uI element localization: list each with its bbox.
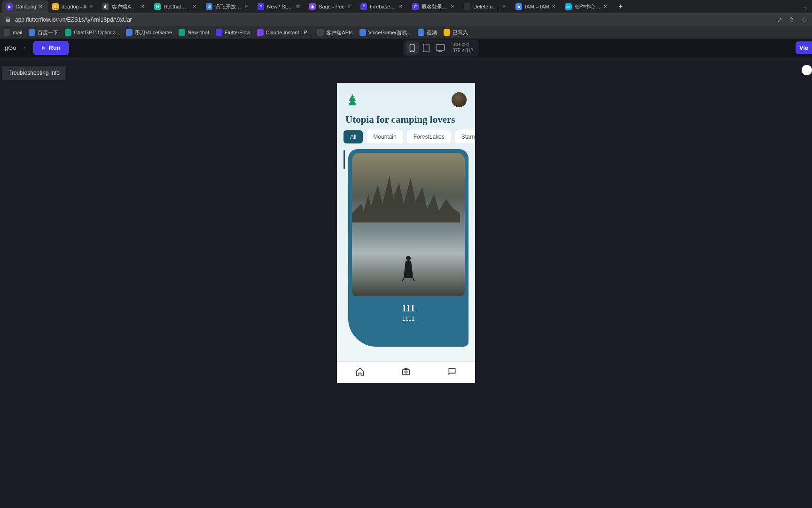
bookmark-item[interactable]: New chat	[179, 29, 209, 36]
bookmark-favicon	[179, 29, 185, 36]
tab-title: 讯飞开放平台	[215, 3, 242, 10]
bookmark-favicon	[216, 29, 222, 36]
bookmark-favicon	[444, 29, 450, 36]
nav-camera-button[interactable]	[401, 367, 411, 378]
tab-favicon: H	[154, 3, 161, 10]
browser-tab[interactable]: F匿名登录 - FI×	[408, 0, 460, 13]
tab-title: IAM – IAM	[525, 4, 549, 9]
svg-point-6	[405, 371, 407, 373]
phone-device-button[interactable]	[406, 41, 419, 55]
browser-tab[interactable]: ◉Sage - Poe×	[305, 0, 357, 13]
tab-favicon: ◐	[102, 3, 109, 10]
tab-title: 创作中心 - 投	[575, 3, 601, 10]
tab-close-icon[interactable]: ×	[347, 4, 353, 9]
mobile-preview-canvas: Utopia for camping lovers AllMountainFor…	[337, 83, 475, 383]
browser-tab[interactable]: ▶Camping×	[2, 0, 48, 13]
user-avatar[interactable]	[452, 92, 467, 107]
bookmark-item[interactable]: 百度一下	[29, 29, 58, 36]
card-carousel: 111 1111	[337, 149, 475, 361]
chevron-right-icon: ›	[24, 45, 26, 51]
tab-favicon: ▭	[565, 3, 572, 10]
bookmark-item[interactable]: mail	[4, 29, 22, 36]
bookmark-favicon	[4, 29, 10, 36]
destination-card[interactable]: 111 1111	[348, 149, 468, 347]
viewport-size: Size (px) 375 x 812	[453, 42, 473, 54]
browser-tab[interactable]: Delete user×	[460, 0, 512, 13]
bookmark-label: Claude-instant - P...	[266, 30, 311, 35]
tab-close-icon[interactable]: ×	[193, 4, 198, 9]
bookmark-favicon	[29, 29, 35, 36]
project-name[interactable]: gGo	[5, 44, 16, 51]
tab-favicon: F	[258, 3, 264, 10]
tab-close-icon[interactable]: ×	[296, 4, 302, 9]
open-external-icon[interactable]: ⤢	[777, 16, 782, 24]
browser-tab[interactable]: ◆IAM – IAM×	[512, 0, 561, 13]
tab-close-icon[interactable]: ×	[552, 4, 558, 9]
tab-close-icon[interactable]: ×	[451, 4, 456, 9]
bookmark-label: FlutterFlow	[225, 30, 250, 35]
tab-title: Camping	[16, 4, 36, 9]
browser-tab[interactable]: ◐客户端APIs×	[99, 0, 150, 13]
theme-toggle[interactable]	[802, 65, 812, 75]
troubleshooting-button[interactable]: Troubleshooting Info	[2, 66, 66, 80]
view-button[interactable]: Vie	[796, 41, 812, 54]
tablet-device-button[interactable]	[420, 41, 433, 55]
bookmark-favicon	[126, 29, 133, 36]
bookmark-label: mail	[13, 30, 22, 35]
bottom-navigation	[337, 361, 475, 383]
bookmark-label: VoiceGame(游戏...	[368, 29, 412, 36]
tab-title: 客户端APIs	[112, 3, 138, 10]
svg-rect-2	[423, 44, 429, 51]
bookmark-item[interactable]: VoiceGame(游戏...	[359, 29, 412, 36]
category-chip[interactable]: ForestLakes	[407, 130, 451, 143]
run-button[interactable]: Run	[33, 41, 69, 55]
share-icon[interactable]: ⇪	[789, 16, 795, 24]
bookmark-item[interactable]: 墨刀VoiceGame	[126, 29, 172, 36]
star-icon[interactable]: ☆	[801, 16, 807, 24]
tab-close-icon[interactable]: ×	[604, 4, 609, 9]
tab-close-icon[interactable]: ×	[39, 4, 45, 9]
url-text[interactable]: app.flutterflow.io/run/EZS1sAyAmI18pdA9x…	[15, 16, 773, 23]
tabs-overflow-icon[interactable]: ⌄	[803, 4, 807, 10]
tab-close-icon[interactable]: ×	[89, 4, 95, 9]
browser-tab[interactable]: FNew? Start I×	[254, 0, 305, 13]
tab-title: 匿名登录 - FI	[422, 3, 448, 10]
bookmark-item[interactable]: 蓝湖	[418, 29, 437, 36]
tab-title: HoChat管理	[164, 3, 190, 10]
browser-tab[interactable]: HHoChat管理×	[150, 0, 202, 13]
desktop-device-button[interactable]	[434, 41, 447, 55]
tab-favicon: ◉	[309, 3, 316, 10]
bookmark-item[interactable]: ChatGPT: Optimiz...	[65, 29, 119, 36]
tab-close-icon[interactable]: ×	[399, 4, 405, 9]
tab-close-icon[interactable]: ×	[141, 4, 147, 9]
bookmark-label: ChatGPT: Optimiz...	[74, 30, 119, 35]
bookmark-item[interactable]: FlutterFlow	[216, 29, 250, 36]
browser-tab[interactable]: ▭创作中心 - 投×	[562, 0, 613, 13]
browser-tab[interactable]: 讯讯飞开放平台×	[202, 0, 254, 13]
category-chip[interactable]: Starry	[455, 130, 475, 143]
tab-title: Sage - Poe	[319, 4, 344, 9]
card-title: 111	[352, 303, 465, 314]
new-tab-button[interactable]: +	[616, 2, 625, 11]
app-header	[337, 83, 475, 112]
category-chip[interactable]: Mountain	[367, 130, 403, 143]
tab-close-icon[interactable]: ×	[502, 4, 508, 9]
bookmark-item[interactable]: 已导入	[444, 29, 468, 36]
play-icon	[41, 46, 46, 50]
address-bar: app.flutterflow.io/run/EZS1sAyAmI18pdA9x…	[0, 13, 812, 26]
nav-chat-button[interactable]	[447, 367, 457, 378]
tab-close-icon[interactable]: ×	[244, 4, 250, 9]
tab-favicon: 讯	[206, 3, 212, 10]
category-chip[interactable]: All	[344, 130, 363, 143]
page-title: Utopia for camping lovers	[337, 112, 475, 130]
svg-rect-3	[436, 45, 445, 50]
bookmark-item[interactable]: 客户端APIs	[317, 29, 352, 36]
bookmark-favicon	[359, 29, 366, 36]
bookmark-favicon	[65, 29, 71, 36]
bookmark-favicon	[317, 29, 324, 36]
tab-title: dogdog - A	[62, 4, 86, 9]
browser-tab[interactable]: FFirebase Set×	[357, 0, 408, 13]
browser-tab[interactable]: 🔔dogdog - A×	[48, 0, 99, 13]
nav-home-button[interactable]	[355, 367, 365, 378]
bookmark-item[interactable]: Claude-instant - P...	[257, 29, 311, 36]
